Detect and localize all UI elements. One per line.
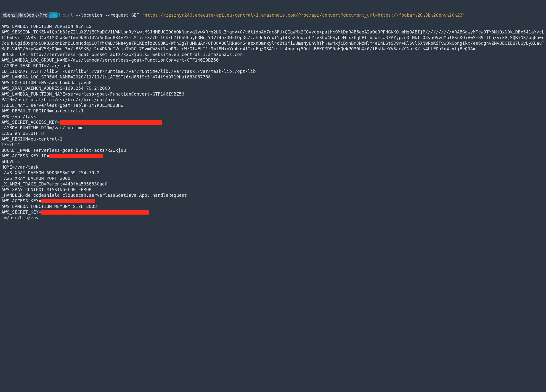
- output-line: AWS_SECRET_KEY=: [1, 209, 149, 215]
- output-line: AWS_LAMBDA_FUNCTION_MEMORY_SIZE=3008: [1, 204, 97, 209]
- output-line: AWS_EXECUTION_ENV=AWS_Lambda_java8: [1, 80, 91, 85]
- prompt-sep-2: : [57, 12, 60, 18]
- output-line: PWD=/var/task: [1, 114, 36, 119]
- output-line: TABLE_NAME=serverless-goat-Table-1MYK3LI…: [1, 103, 123, 108]
- output-line: TZ=:UTC: [1, 142, 20, 147]
- prompt-sep-1: : [49, 12, 52, 18]
- terminal[interactable]: mbenz@MacBook-Pro~ curl --location --r…: [0, 0, 546, 222]
- output-line: SHLVL=1: [1, 159, 20, 164]
- output-line: AWS_LAMBDA_FUNCTION_VERSION=$LATEST: [1, 24, 94, 29]
- output-line: AWS_SECRET_ACCESS_KEY=: [1, 120, 162, 125]
- prompt-user: mbenz@MacBook-Pro: [1, 12, 49, 18]
- output-line: _=/usr/bin/env: [1, 215, 39, 220]
- output-line: PATH=/usr/local/bin:/usr/bin/:/bin:/opt/…: [1, 97, 115, 102]
- command-output: AWS_LAMBDA_FUNCTION_VERSION=$LATEST AWS_…: [1, 24, 545, 220]
- output-line: BUCKET_URL=http://serverless-goat-bucket…: [1, 52, 242, 57]
- output-line: AWS_DEFAULT_REGION=eu-central-1: [1, 108, 84, 113]
- redacted-block: [49, 154, 103, 158]
- output-line: _AWS_XRAY_DAEMON_PORT=2000: [1, 176, 70, 181]
- output-line: LAMBDA_RUNTIME_DIR=/var/runtime: [1, 125, 84, 130]
- command-curl: curl: [63, 12, 73, 18]
- output-line: BUCKET_NAME=serverless-goat-bucket-aotz7…: [1, 148, 126, 153]
- output-line: AWS_REGION=eu-central-1: [1, 136, 62, 142]
- output-line: AWS_ACCESS_KEY=: [1, 198, 95, 203]
- output-line: AWS_XRAY_CONTEXT_MISSING=LOG_ERROR: [1, 187, 91, 192]
- command-url: 'https://zzszhyr246.execute-api.eu-centr…: [142, 12, 465, 18]
- output-line: _HANDLER=de.codeshield.cloudscan.serverl…: [1, 193, 187, 198]
- command-args: --location --request GET: [73, 12, 142, 18]
- prompt-path: ~: [52, 12, 57, 18]
- output-line: AWS_SESSION_TOKEN=IQoJb3JpZ2luX2VjECMaDG…: [1, 29, 545, 51]
- output-line: LD_LIBRARY_PATH=/lib64:/usr/lib64:/var/r…: [1, 69, 256, 74]
- output-line: AWS_LAMBDA_LOG_GROUP_NAME=/aws/lambda/se…: [1, 57, 219, 63]
- output-line: _AWS_XRAY_DAEMON_ADDRESS=169.254.79.2: [1, 170, 99, 175]
- output-line: AWS_ACCESS_KEY_ID=: [1, 153, 103, 158]
- output-line: AWS_XRAY_DAEMON_ADDRESS=169.254.79.2:200…: [1, 86, 110, 91]
- redacted-block: [41, 210, 149, 215]
- output-line: _X_AMZN_TRACE_ID=Parent=440fba5358830ad0: [1, 181, 107, 186]
- prompt-line: mbenz@MacBook-Pro~ curl --location --r…: [1, 12, 545, 18]
- output-line: HOME=/var/task: [1, 164, 39, 170]
- output-line: AWS_LAMBDA_LOG_STREAM_NAME=2020/11/11/[$…: [1, 74, 211, 79]
- redacted-block: [41, 199, 95, 203]
- redacted-block: [60, 120, 162, 125]
- output-line: LANG=en_US.UTF-8: [1, 131, 44, 136]
- output-line: AWS_LAMBDA_FUNCTION_NAME=serverless-goat…: [1, 91, 184, 97]
- output-line: LAMBDA_TASK_ROOT=/var/task: [1, 63, 70, 68]
